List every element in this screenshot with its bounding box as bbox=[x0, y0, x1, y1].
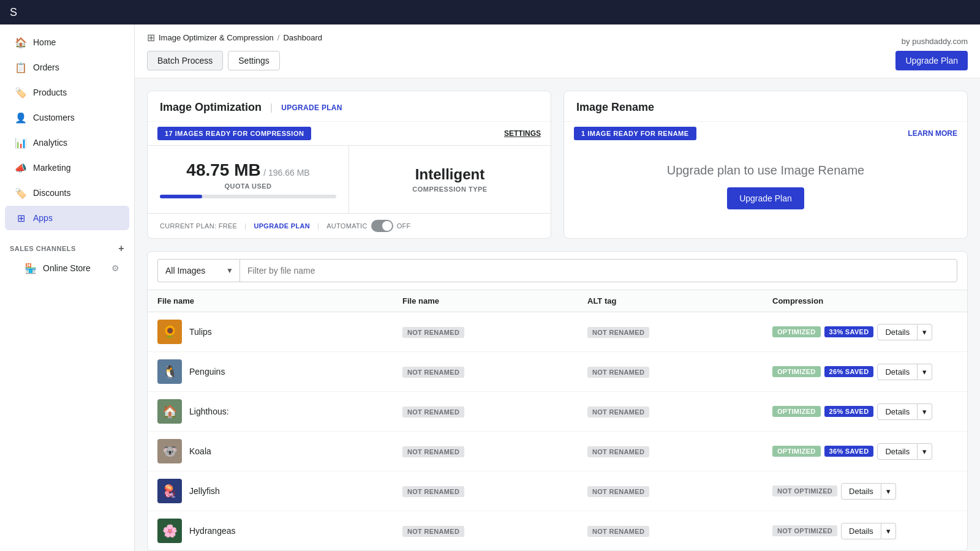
automatic-toggle[interactable] bbox=[371, 220, 393, 232]
saved-tag: 36% SAVED bbox=[824, 446, 874, 457]
file-cell: 🐨 Koala bbox=[157, 439, 402, 463]
file-name: Lighthous: bbox=[189, 407, 229, 416]
file-name-tag-cell: NOT RENAMED bbox=[402, 446, 587, 457]
filter-select[interactable]: All Images Optimized Not Optimized bbox=[157, 259, 239, 282]
alt-tag-cell: NOT RENAMED bbox=[587, 326, 772, 338]
cards-row: Image Optimization | UPGRADE PLAN 17 IMA… bbox=[147, 91, 968, 239]
details-dropdown-button[interactable]: ▾ bbox=[918, 324, 932, 340]
alt-tag-cell: NOT RENAMED bbox=[587, 525, 772, 537]
details-button[interactable]: Details bbox=[877, 364, 918, 380]
opt-title-divider: | bbox=[270, 102, 273, 113]
opt-card-content: 17 IMAGES READY FOR COMPRESSION SETTINGS… bbox=[148, 122, 551, 238]
quota-stat: 48.75 MB / 196.66 MB QUOTA USED bbox=[148, 146, 349, 213]
details-dropdown-button[interactable]: ▾ bbox=[918, 443, 932, 460]
compression-status-tag: NOT OPTIMIZED bbox=[772, 525, 837, 536]
alt-tag-cell: NOT RENAMED bbox=[587, 446, 772, 457]
details-button[interactable]: Details bbox=[841, 483, 881, 500]
sidebar-item-analytics[interactable]: 📊 Analytics bbox=[5, 130, 129, 155]
filter-row: All Images Optimized Not Optimized ▼ bbox=[157, 259, 957, 282]
sidebar-nav: 🏠 Home 📋 Orders 🏷️ Products 👤 Customers … bbox=[0, 24, 134, 236]
rename-body: Upgrade plan to use Image Rename Upgrade… bbox=[564, 145, 967, 228]
batch-process-button[interactable]: Batch Process bbox=[147, 51, 223, 70]
online-store-settings-icon[interactable]: ⚙ bbox=[111, 263, 119, 273]
file-thumbnail: 🐧 bbox=[157, 359, 182, 384]
details-dropdown-button[interactable]: ▾ bbox=[918, 364, 932, 380]
details-dropdown-button[interactable]: ▾ bbox=[881, 523, 896, 539]
quota-value: 48.75 MB bbox=[186, 160, 260, 179]
compression-type: Intelligent bbox=[415, 166, 484, 183]
file-name-tag: NOT RENAMED bbox=[402, 327, 464, 338]
details-button[interactable]: Details bbox=[841, 523, 881, 539]
add-sales-channel-button[interactable]: + bbox=[118, 243, 124, 254]
actions-cell: Details ▾ bbox=[877, 403, 932, 420]
compression-status-tag: OPTIMIZED bbox=[772, 446, 821, 457]
quota-bar bbox=[160, 195, 202, 198]
details-dropdown-button[interactable]: ▾ bbox=[881, 483, 896, 500]
compression-status-tag: OPTIMIZED bbox=[772, 406, 821, 417]
sidebar-item-customers[interactable]: 👤 Customers bbox=[5, 105, 129, 130]
rename-card-title-row: Image Rename bbox=[564, 91, 967, 122]
compression-status-tag: OPTIMIZED bbox=[772, 326, 821, 337]
sidebar-item-products[interactable]: 🏷️ Products bbox=[5, 80, 129, 105]
sidebar-item-home[interactable]: 🏠 Home bbox=[5, 30, 129, 54]
file-name: Tulips bbox=[189, 327, 212, 337]
sidebar-item-discounts[interactable]: 🏷️ Discounts bbox=[5, 181, 129, 205]
opt-footer: CURRENT PLAN: FREE | UPGRADE PLAN | AUTO… bbox=[148, 213, 551, 238]
actions-cell: Details ▾ bbox=[841, 483, 896, 500]
details-dropdown-button[interactable]: ▾ bbox=[918, 403, 932, 420]
sidebar-item-orders[interactable]: 📋 Orders bbox=[5, 55, 129, 80]
image-optimization-card: Image Optimization | UPGRADE PLAN 17 IMA… bbox=[147, 91, 551, 239]
quota-value-wrap: 48.75 MB / 196.66 MB bbox=[186, 160, 309, 180]
file-name: Jellyfish bbox=[189, 486, 220, 496]
file-name: Penguins bbox=[189, 367, 225, 377]
discounts-icon: 🏷️ bbox=[15, 187, 27, 199]
file-cell: 🪼 Jellyfish bbox=[157, 479, 402, 503]
customers-icon: 👤 bbox=[15, 111, 27, 124]
breadcrumb-app[interactable]: Image Optimizer & Compression bbox=[159, 33, 274, 42]
file-name: Koala bbox=[189, 446, 211, 456]
toggle-thumb bbox=[382, 221, 392, 231]
sidebar-label-products: Products bbox=[33, 88, 67, 97]
compression-cell: NOT OPTIMIZED Details ▾ bbox=[772, 483, 957, 500]
content-header: ⊞ Image Optimizer & Compression / Dashbo… bbox=[135, 24, 980, 78]
sidebar-item-marketing[interactable]: 📣 Marketing bbox=[5, 156, 129, 180]
file-cell: 🌸 Hydrangeas bbox=[157, 519, 402, 543]
file-name-tag-cell: NOT RENAMED bbox=[402, 485, 587, 497]
file-name-tag: NOT RENAMED bbox=[402, 526, 464, 537]
sidebar-item-online-store[interactable]: 🏪 Online Store ⚙ bbox=[5, 257, 129, 279]
opt-settings-link[interactable]: SETTINGS bbox=[504, 129, 541, 138]
table-row: 🌸 Hydrangeas NOT RENAMED NOT RENAMED NOT… bbox=[148, 511, 967, 550]
rename-upgrade-button[interactable]: Upgrade Plan bbox=[727, 187, 804, 209]
settings-button[interactable]: Settings bbox=[228, 51, 280, 70]
file-name-tag-cell: NOT RENAMED bbox=[402, 326, 587, 338]
compression-cell: OPTIMIZED 25% SAVED Details ▾ bbox=[772, 403, 957, 420]
file-name-tag-cell: NOT RENAMED bbox=[402, 525, 587, 537]
toggle-state: OFF bbox=[397, 222, 411, 230]
sidebar-item-apps[interactable]: ⊞ Apps bbox=[5, 206, 129, 230]
home-icon: 🏠 bbox=[15, 36, 27, 48]
upgrade-plan-button[interactable]: Upgrade Plan bbox=[895, 51, 968, 70]
learn-more-link[interactable]: LEARN MORE bbox=[908, 129, 957, 138]
main-layout: 🏠 Home 📋 Orders 🏷️ Products 👤 Customers … bbox=[0, 24, 980, 551]
opt-card-title-row: Image Optimization | UPGRADE PLAN bbox=[148, 91, 551, 122]
actions-cell: Details ▾ bbox=[877, 364, 932, 380]
file-thumbnail: 🌸 bbox=[157, 519, 182, 543]
opt-footer-upgrade-link[interactable]: UPGRADE PLAN bbox=[254, 222, 310, 230]
opt-upgrade-link[interactable]: UPGRADE PLAN bbox=[281, 103, 342, 112]
sidebar-label-discounts: Discounts bbox=[33, 188, 70, 198]
col-header-alt: ALT tag bbox=[587, 296, 772, 305]
sidebar-label-orders: Orders bbox=[33, 62, 59, 72]
sidebar-section-label: SALES CHANNELS + bbox=[0, 236, 134, 257]
products-icon: 🏷️ bbox=[15, 86, 27, 99]
compression-cell: NOT OPTIMIZED Details ▾ bbox=[772, 523, 957, 539]
opt-footer-sep2: | bbox=[317, 222, 319, 230]
sidebar-label-home: Home bbox=[33, 37, 56, 47]
breadcrumb: ⊞ Image Optimizer & Compression / Dashbo… bbox=[147, 32, 322, 43]
details-button[interactable]: Details bbox=[877, 403, 918, 420]
details-button[interactable]: Details bbox=[877, 443, 918, 460]
marketing-icon: 📣 bbox=[15, 162, 27, 174]
actions-cell: Details ▾ bbox=[841, 523, 896, 539]
file-name-tag-cell: NOT RENAMED bbox=[402, 366, 587, 378]
details-button[interactable]: Details bbox=[877, 324, 918, 340]
filter-input[interactable] bbox=[239, 259, 957, 282]
